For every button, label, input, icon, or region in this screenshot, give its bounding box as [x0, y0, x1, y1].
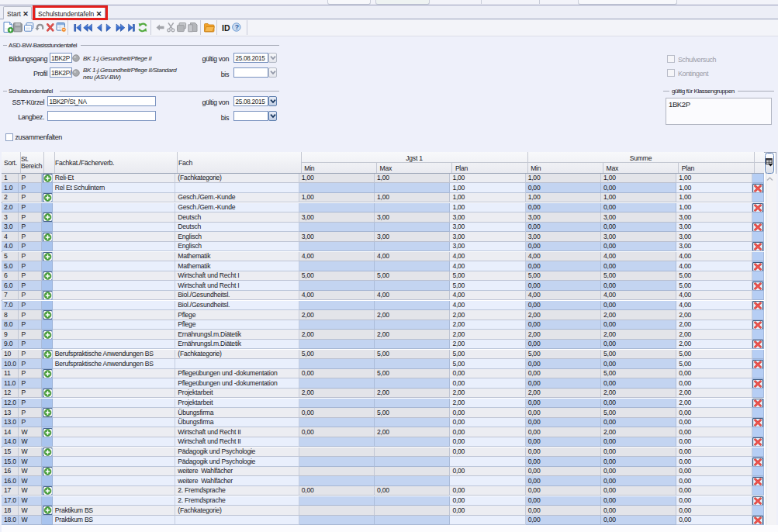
- svg-text:?: ?: [235, 23, 239, 31]
- svg-text:ID: ID: [222, 23, 230, 33]
